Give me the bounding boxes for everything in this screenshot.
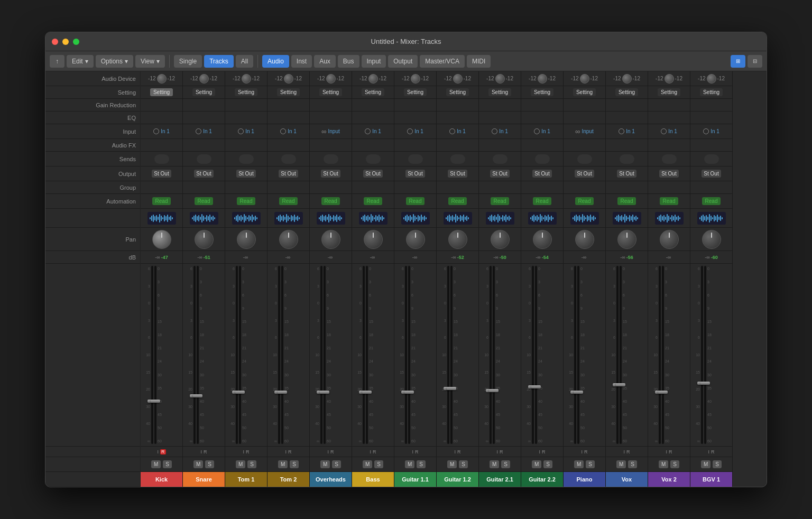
options-menu[interactable]: Options ▾	[96, 55, 133, 68]
channel-name[interactable]: BGV 1	[690, 472, 732, 487]
fader-track-left[interactable]	[151, 266, 153, 444]
fader-track-left[interactable]	[363, 266, 365, 444]
fader-handle-right[interactable]	[278, 391, 287, 394]
solo-button[interactable]: S	[290, 460, 299, 468]
input-circle[interactable]	[449, 128, 455, 134]
mute-button[interactable]: M	[278, 460, 288, 468]
volume-knob[interactable]	[411, 74, 420, 84]
waveform-button[interactable]	[401, 212, 430, 225]
fader-track-left[interactable]	[320, 266, 322, 444]
channel-name[interactable]: Snare	[183, 472, 225, 487]
pan-knob[interactable]	[195, 230, 214, 249]
fader-track-left[interactable]	[405, 266, 407, 444]
solo-button[interactable]: S	[332, 460, 341, 468]
input-label[interactable]: In 1	[288, 128, 297, 134]
automation-button[interactable]: Read	[491, 197, 510, 205]
mute-button[interactable]: M	[363, 460, 372, 468]
sends-control[interactable]	[535, 154, 550, 164]
input-label[interactable]: In 1	[457, 128, 466, 134]
channel-name[interactable]: Vox	[606, 472, 648, 487]
waveform-button[interactable]	[359, 212, 387, 225]
input-circle[interactable]	[703, 128, 709, 134]
setting-button[interactable]: Setting	[700, 88, 723, 96]
setting-button[interactable]: Setting	[573, 88, 596, 96]
mute-button[interactable]: M	[405, 460, 414, 468]
sends-control[interactable]	[408, 154, 423, 164]
mute-button[interactable]: M	[151, 460, 161, 468]
audio-button[interactable]: Audio	[262, 55, 289, 68]
input-label[interactable]: In 1	[668, 128, 677, 134]
input-circle[interactable]	[238, 128, 244, 134]
input-label[interactable]: In 1	[203, 128, 212, 134]
fader-handle-right[interactable]	[531, 385, 541, 388]
fader-handle-right[interactable]	[235, 391, 245, 394]
automation-button[interactable]: Read	[533, 197, 552, 205]
all-button[interactable]: All	[236, 55, 253, 68]
automation-button[interactable]: Read	[448, 197, 467, 205]
automation-button[interactable]: Read	[406, 197, 425, 205]
fader-handle-right[interactable]	[193, 394, 202, 397]
fader-track-right[interactable]	[704, 266, 706, 444]
output-button[interactable]: St Out	[236, 170, 255, 178]
waveform-button[interactable]	[486, 212, 514, 225]
master-button[interactable]: Master/VCA	[420, 55, 465, 68]
channel-name[interactable]: Tom 1	[225, 472, 267, 487]
setting-button[interactable]: Setting	[615, 88, 638, 96]
channel-name[interactable]: Guitar 2.2	[521, 472, 563, 487]
midi-button[interactable]: MIDI	[467, 55, 491, 68]
automation-button[interactable]: Read	[237, 197, 256, 205]
output-button[interactable]: St Out	[490, 170, 509, 178]
waveform-button[interactable]	[444, 212, 472, 225]
input-label[interactable]: Input	[328, 128, 340, 134]
setting-button[interactable]: Setting	[150, 88, 173, 96]
fader-handle-right[interactable]	[700, 382, 710, 385]
input-label[interactable]: Input	[582, 128, 594, 134]
input-label[interactable]: In 1	[372, 128, 381, 134]
volume-knob[interactable]	[242, 74, 251, 84]
waveform-button[interactable]	[317, 212, 345, 225]
output-button[interactable]: St Out	[448, 170, 467, 178]
split-view-button[interactable]: ⊟	[748, 55, 762, 68]
waveform-button[interactable]	[274, 212, 303, 225]
back-button[interactable]: ↑	[50, 55, 64, 68]
pan-knob[interactable]	[617, 230, 636, 249]
volume-knob[interactable]	[622, 74, 632, 84]
output-button[interactable]: St Out	[575, 170, 594, 178]
fader-track-right[interactable]	[493, 266, 495, 444]
sends-control[interactable]	[620, 154, 634, 164]
input-circle[interactable]	[407, 128, 413, 134]
sends-control[interactable]	[239, 154, 254, 164]
channel-name[interactable]: Overheads	[310, 472, 352, 487]
fader-track-right[interactable]	[281, 266, 283, 444]
pan-knob[interactable]	[321, 230, 340, 249]
sends-control[interactable]	[450, 154, 465, 164]
input-label[interactable]: In 1	[626, 128, 635, 134]
input-label[interactable]: In 1	[161, 128, 170, 134]
mute-button[interactable]: M	[447, 460, 457, 468]
setting-button[interactable]: Setting	[404, 88, 427, 96]
waveform-button[interactable]	[528, 212, 557, 225]
fader-handle-right[interactable]	[320, 391, 329, 394]
solo-button[interactable]: S	[628, 460, 637, 468]
fader-track-left[interactable]	[532, 266, 534, 444]
channel-name[interactable]: Piano	[564, 472, 605, 487]
fader-handle-right[interactable]	[658, 391, 668, 394]
pan-knob[interactable]	[660, 230, 679, 249]
inst-button[interactable]: Inst	[291, 55, 312, 68]
fader-handle-right[interactable]	[404, 391, 414, 394]
output-button[interactable]: St Out	[363, 170, 382, 178]
automation-button[interactable]: Read	[195, 197, 214, 205]
input-circle[interactable]	[153, 128, 159, 134]
volume-knob[interactable]	[707, 74, 716, 84]
input-circle[interactable]	[365, 128, 371, 134]
sends-control[interactable]	[662, 154, 677, 164]
setting-button[interactable]: Setting	[446, 88, 469, 96]
setting-button[interactable]: Setting	[277, 88, 300, 96]
pan-knob[interactable]	[237, 230, 256, 249]
input-label[interactable]: In 1	[541, 128, 550, 134]
fader-track-left[interactable]	[236, 266, 238, 444]
input-circle[interactable]	[534, 128, 540, 134]
sends-control[interactable]	[197, 154, 211, 164]
edit-menu[interactable]: Edit ▾	[67, 55, 94, 68]
fader-track-left[interactable]	[193, 266, 196, 444]
